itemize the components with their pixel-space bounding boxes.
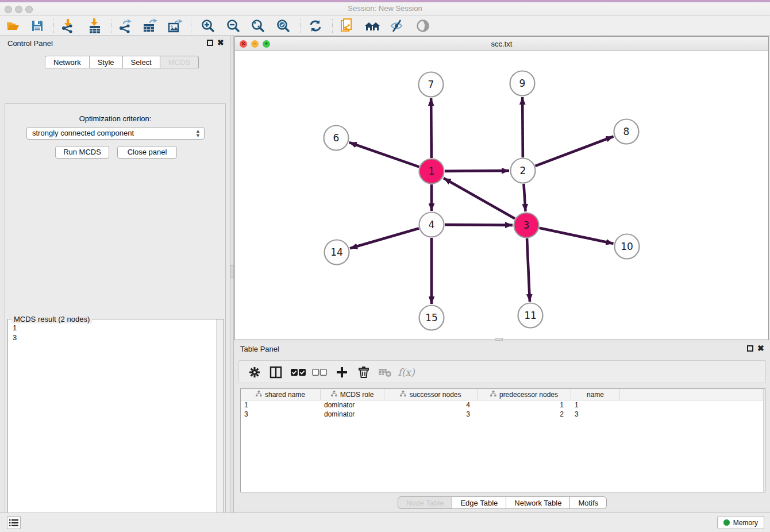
edge-2-9[interactable] <box>522 97 523 157</box>
table-cell[interactable]: 2 <box>478 410 571 419</box>
edge-4-3[interactable] <box>445 225 513 225</box>
column-header-successor-nodes[interactable]: successor nodes <box>384 389 478 400</box>
select-all-checks-icon[interactable] <box>290 364 307 381</box>
control-panel-title: Control Panel <box>7 39 53 48</box>
edge-2-8[interactable] <box>536 136 614 165</box>
export-image-icon[interactable] <box>165 17 185 34</box>
tab-network[interactable]: Network <box>45 56 90 68</box>
node-label-2: 2 <box>520 165 526 176</box>
column-header-predecessor-nodes[interactable]: predecessor nodes <box>478 389 571 400</box>
column-edit-icon <box>400 391 406 399</box>
optimization-criterion-select[interactable]: strongly connected component ▲▼ <box>26 127 205 140</box>
mcds-result-box: MCDS result (2 nodes) 1 3 <box>7 319 224 532</box>
edge-3-10[interactable] <box>540 228 614 244</box>
table-cell[interactable]: dominator <box>321 400 384 410</box>
export-network-icon[interactable] <box>116 17 135 34</box>
selected-option: strongly connected component <box>32 129 134 137</box>
open-session-icon[interactable] <box>3 17 23 34</box>
column-header-MCDS-role[interactable]: MCDS role <box>321 389 384 400</box>
table-cell[interactable]: 3 <box>384 410 478 419</box>
toolbar-separator <box>300 19 301 33</box>
network-from-file-icon[interactable] <box>337 17 357 34</box>
close-panel-icon[interactable]: ✖ <box>217 38 224 47</box>
zoom-out-icon[interactable] <box>224 17 243 34</box>
node-table[interactable]: shared nameMCDS rolesuccessor nodesprede… <box>240 388 765 492</box>
memory-button[interactable]: Memory <box>717 516 764 529</box>
edge-1-6[interactable] <box>349 142 419 167</box>
table-tabs: Node TableEdge TableNetwork TableMotifs <box>234 496 770 509</box>
zoom-in-icon[interactable] <box>198 17 218 34</box>
divider-handle[interactable] <box>230 265 234 278</box>
delete-column-icon[interactable] <box>355 364 372 381</box>
node-label-6: 6 <box>333 132 340 144</box>
edge-2-3[interactable] <box>523 184 525 211</box>
edge-3-1[interactable] <box>444 178 515 219</box>
tab-network-table[interactable]: Network Table <box>506 496 570 509</box>
column-label: successor nodes <box>409 391 461 399</box>
table-panel-title: Table Panel <box>240 345 279 353</box>
edge-3-11[interactable] <box>527 238 530 302</box>
table-scrollbar[interactable] <box>763 389 765 492</box>
result-scrollbar[interactable] <box>216 319 224 532</box>
node-label-8: 8 <box>623 126 630 137</box>
import-network-icon[interactable] <box>58 17 78 34</box>
column-label: name <box>587 391 604 399</box>
node-label-3: 3 <box>523 219 530 231</box>
control-panel: Control Panel ✖ NetworkStyleSelectMCDS O… <box>0 36 230 512</box>
zoom-selected-icon[interactable] <box>274 17 293 34</box>
close-panel-button[interactable]: Close panel <box>117 146 177 159</box>
edge-4-14[interactable] <box>350 228 419 248</box>
tab-edge-table[interactable]: Edge Table <box>452 496 506 509</box>
network-canvas[interactable]: 7968124314101511 <box>235 51 768 340</box>
column-header-name[interactable]: name <box>571 389 620 400</box>
mcds-result-list: 1 3 <box>13 323 17 342</box>
show-graphics-details-icon[interactable] <box>413 17 433 34</box>
table-cell[interactable]: 1 <box>241 400 321 410</box>
table-cell[interactable]: 1 <box>478 400 571 410</box>
network-window-titlebar[interactable]: ✕ − + scc.txt <box>235 37 768 51</box>
function-builder-icon[interactable]: f(x) <box>398 364 415 381</box>
deselect-all-checks-icon[interactable] <box>311 364 328 381</box>
table-cell[interactable]: 3 <box>571 410 620 419</box>
refresh-view-icon[interactable] <box>306 17 325 34</box>
table-row[interactable]: 1dominator411 <box>241 400 765 410</box>
float-table-panel-icon[interactable] <box>747 345 753 352</box>
task-history-button[interactable] <box>7 516 21 529</box>
node-label-14: 14 <box>330 246 343 258</box>
app-titlebar: Session: New Session <box>0 0 770 16</box>
export-table-icon[interactable] <box>140 17 160 34</box>
close-table-panel-icon[interactable]: ✖ <box>757 344 764 353</box>
save-session-icon[interactable] <box>28 17 47 34</box>
table-cell[interactable]: 1 <box>571 400 620 410</box>
table-cell[interactable]: dominator <box>321 410 384 419</box>
table-options-gear-icon[interactable] <box>246 364 263 381</box>
column-edit-icon <box>256 391 262 399</box>
optimization-criterion-label: Optimization criterion: <box>5 114 225 123</box>
edge-1-2[interactable] <box>445 171 509 171</box>
desktop-edge-strip <box>0 0 770 2</box>
column-header-shared-name[interactable]: shared name <box>241 389 321 400</box>
import-table-icon[interactable] <box>85 17 105 34</box>
tab-motifs[interactable]: Motifs <box>570 496 607 509</box>
window-resize-handle[interactable] <box>495 338 503 341</box>
node-label-7: 7 <box>428 79 434 90</box>
table-cell[interactable]: 3 <box>241 410 321 419</box>
add-column-icon[interactable] <box>333 364 351 381</box>
show-column-icon[interactable] <box>267 364 284 381</box>
column-label: shared name <box>265 391 305 399</box>
float-panel-icon[interactable] <box>207 40 213 46</box>
hide-graphics-details-icon[interactable] <box>387 17 407 34</box>
edge-1-7[interactable] <box>431 98 432 158</box>
table-header-row[interactable]: shared nameMCDS rolesuccessor nodesprede… <box>241 389 765 400</box>
delete-table-icon[interactable] <box>376 364 394 381</box>
overview-homes-icon[interactable] <box>363 17 382 34</box>
tab-mcds[interactable]: MCDS <box>160 56 199 68</box>
tab-style[interactable]: Style <box>90 56 123 68</box>
table-row[interactable]: 3dominator323 <box>241 410 765 419</box>
panel-divider[interactable] <box>230 36 234 512</box>
tab-node-table[interactable]: Node Table <box>398 496 453 509</box>
zoom-fit-icon[interactable] <box>248 17 268 34</box>
run-mcds-button[interactable]: Run MCDS <box>55 146 109 159</box>
tab-select[interactable]: Select <box>123 56 160 68</box>
table-cell[interactable]: 4 <box>384 400 478 410</box>
